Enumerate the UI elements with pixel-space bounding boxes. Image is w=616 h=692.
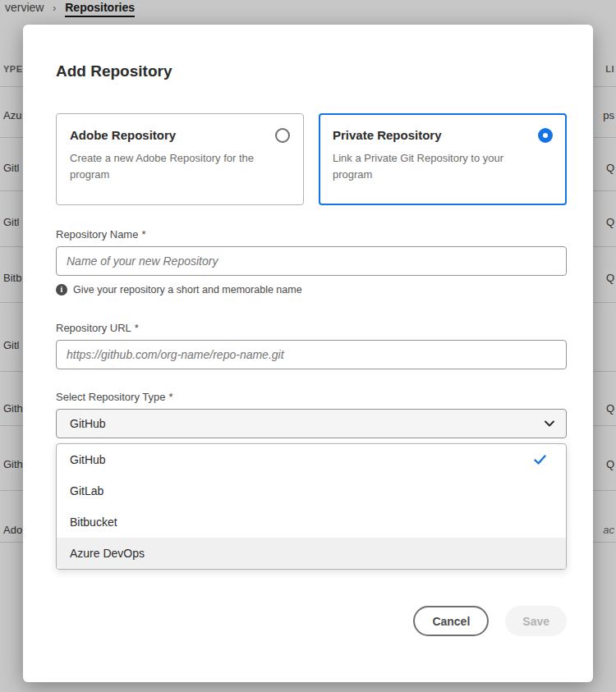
option-label: GitHub [70,453,106,466]
screen: verview › Repositories YPE Azu Gitl Gitl… [0,0,616,692]
add-repository-dialog: Add Repository Adobe Repository Create a… [23,25,593,682]
dropdown-option-bitbucket[interactable]: Bitbucket [57,506,566,538]
repository-type-dropdown: GitHub GitLab Bitbucket Azure DevOps [56,443,567,570]
card-description: Create a new Adobe Repository for the pr… [70,150,267,183]
private-repository-card[interactable]: Private Repository Link a Private Git Re… [319,113,567,205]
repository-type-label: Select Repository Type* [56,391,567,403]
repository-name-input[interactable] [56,246,567,276]
label-text: Select Repository Type [56,391,165,403]
selected-value: GitHub [70,417,106,430]
info-icon: i [56,284,67,296]
radio-unselected[interactable] [275,128,290,143]
save-button[interactable]: Save [505,606,567,636]
dropdown-option-github[interactable]: GitHub [57,444,566,475]
checkmark-icon [534,455,546,465]
repository-url-label: Repository URL* [56,322,567,334]
option-label: GitLab [70,484,103,497]
dialog-title: Add Repository [56,62,567,80]
dropdown-option-azure-devops[interactable]: Azure DevOps [57,538,566,569]
required-asterisk: * [135,322,139,334]
dropdown-option-gitlab[interactable]: GitLab [57,475,566,506]
repository-name-help: i Give your repository a short and memor… [56,284,567,296]
card-description: Link a Private Git Repository to your pr… [333,150,530,183]
radio-selected[interactable] [538,128,553,143]
card-title: Private Repository [333,128,442,142]
chevron-down-icon [545,420,554,427]
option-label: Azure DevOps [70,547,145,560]
option-label: Bitbucket [70,516,117,529]
repository-option-cards: Adobe Repository Create a new Adobe Repo… [56,113,567,205]
repository-url-input[interactable] [56,340,567,369]
label-text: Repository Name [56,228,138,241]
help-text: Give your repository a short and memorab… [73,284,302,296]
card-title: Adobe Repository [70,128,176,142]
cancel-button[interactable]: Cancel [413,606,489,636]
repository-name-label: Repository Name* [56,228,567,241]
adobe-repository-card[interactable]: Adobe Repository Create a new Adobe Repo… [56,113,304,205]
repository-type-select[interactable]: GitHub [56,409,567,438]
label-text: Repository URL [56,322,131,334]
required-asterisk: * [141,228,145,241]
required-asterisk: * [168,391,172,403]
dialog-footer: Cancel Save [56,606,567,636]
